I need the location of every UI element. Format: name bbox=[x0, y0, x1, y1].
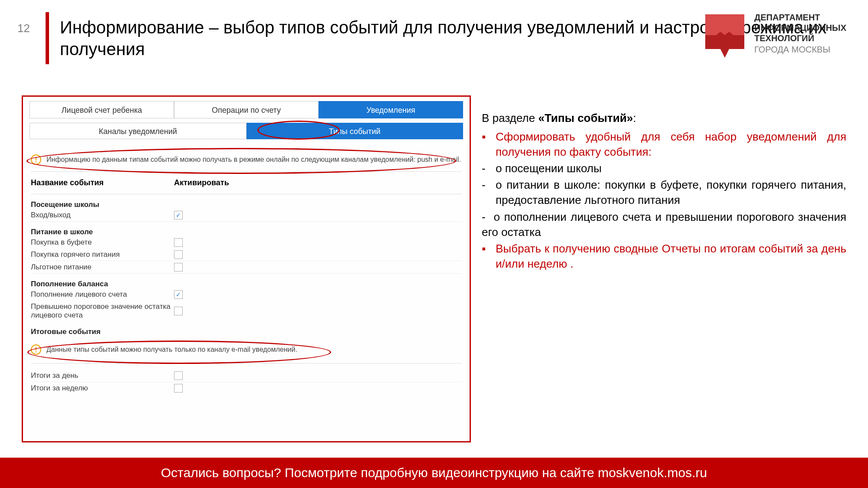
checkbox-benefit-meal[interactable] bbox=[174, 263, 183, 272]
col-activate: Активировать bbox=[174, 178, 229, 187]
tab-account[interactable]: Лицевой счет ребенка bbox=[30, 101, 174, 118]
alert-email-only: ! Данные типы событий можно получать тол… bbox=[31, 342, 462, 357]
checkbox-daily-summary[interactable] bbox=[174, 371, 183, 380]
svg-rect-0 bbox=[705, 14, 744, 35]
event-label: Льготное питание bbox=[31, 263, 174, 272]
event-row: Превышено пороговое значение остатка лиц… bbox=[31, 301, 462, 321]
event-row: Покупка в буфете bbox=[31, 236, 462, 249]
primary-tabs: Лицевой счет ребенка Операции по счету У… bbox=[23, 97, 470, 118]
checkbox-threshold[interactable] bbox=[174, 307, 183, 315]
intro-post: : bbox=[633, 111, 636, 124]
square-bullet-icon: ▪ bbox=[482, 129, 496, 160]
logo-text: ДЕПАРТАМЕНТ ИНФОРМАЦИОННЫХ ТЕХНОЛОГИЙ ГО… bbox=[754, 12, 846, 55]
explanation-text: В разделе «Типы событий»: ▪ Сформировать… bbox=[482, 111, 846, 273]
app-screenshot: Лицевой счет ребенка Операции по счету У… bbox=[22, 95, 471, 442]
footer-banner: Остались вопросы? Посмотрите подробную в… bbox=[0, 458, 868, 488]
event-row: Пополнение лицевого счета bbox=[31, 288, 462, 301]
warning-icon: ! bbox=[31, 344, 41, 355]
tab-channels[interactable]: Каналы уведомлений bbox=[30, 123, 247, 139]
alert-text: Данные типы событий можно получать тольк… bbox=[46, 346, 297, 353]
bullet-1: ▪ Сформировать удобный для себя набор ув… bbox=[482, 129, 846, 160]
slide-number: 12 bbox=[17, 22, 30, 35]
group-school-visit: Посещение школы bbox=[31, 200, 462, 209]
bullet-2: ▪ Выбрать к получению сводные Отчеты по … bbox=[482, 241, 846, 272]
event-label: Покупка горячего питания bbox=[31, 250, 174, 259]
dash-icon: - bbox=[482, 161, 496, 176]
bullet-1-text: Сформировать удобный для себя набор увед… bbox=[496, 129, 846, 160]
intro-line: В разделе «Типы событий»: bbox=[482, 111, 846, 126]
intro-pre: В разделе bbox=[482, 111, 538, 124]
logo-line4: ГОРОДА МОСКВЫ bbox=[754, 44, 846, 55]
warning-icon: ! bbox=[31, 154, 41, 165]
event-label: Итоги за день bbox=[31, 371, 174, 380]
square-bullet-icon: ▪ bbox=[482, 241, 496, 272]
event-label: Итоги за неделю bbox=[31, 384, 174, 393]
dash-1-text: о посещении школы bbox=[496, 161, 846, 176]
logo-line2: ИНФОРМАЦИОННЫХ bbox=[754, 23, 846, 33]
checkbox-topup[interactable] bbox=[174, 290, 183, 299]
group-school-meals: Питание в школе bbox=[31, 228, 462, 236]
dash-icon: - bbox=[482, 210, 494, 223]
event-row: Вход/выход bbox=[31, 209, 462, 222]
event-label: Превышено пороговое значение остатка лиц… bbox=[31, 302, 174, 320]
moscow-dit-logo-icon bbox=[703, 12, 746, 58]
secondary-tabs: Каналы уведомлений Типы событий bbox=[23, 118, 470, 139]
table-header: Название события Активировать bbox=[31, 171, 462, 194]
event-row: Итоги за день bbox=[31, 370, 462, 382]
alert-text: Информацию по данным типам событий можно… bbox=[46, 156, 461, 163]
dash-2: - о питании в школе: покупки в буфете, п… bbox=[482, 177, 846, 208]
logo: ДЕПАРТАМЕНТ ИНФОРМАЦИОННЫХ ТЕХНОЛОГИЙ ГО… bbox=[703, 12, 846, 58]
event-row: Итоги за неделю bbox=[31, 382, 462, 394]
intro-bold: «Типы событий» bbox=[538, 111, 633, 124]
dash-2-text: о питании в школе: покупки в буфете, пок… bbox=[496, 177, 846, 208]
event-label: Покупка в буфете bbox=[31, 238, 174, 247]
event-row: Льготное питание bbox=[31, 261, 462, 274]
dash-1: - о посещении школы bbox=[482, 161, 846, 176]
tab-event-types[interactable]: Типы событий bbox=[247, 123, 464, 139]
checkbox-weekly-summary[interactable] bbox=[174, 384, 183, 393]
logo-line1: ДЕПАРТАМЕНТ bbox=[754, 12, 846, 23]
group-summary: Итоговые события bbox=[31, 328, 462, 336]
event-label: Пополнение лицевого счета bbox=[31, 290, 174, 299]
checkbox-buffet[interactable] bbox=[174, 238, 183, 247]
alert-online-channels: ! Информацию по данным типам событий мож… bbox=[31, 152, 462, 167]
event-label: Вход/выход bbox=[31, 211, 174, 219]
col-event-name: Название события bbox=[31, 178, 174, 187]
dash-3: - о пополнении лицевого счета и превышен… bbox=[482, 210, 846, 240]
checkbox-hot-meal[interactable] bbox=[174, 250, 183, 259]
event-row: Покупка горячего питания bbox=[31, 249, 462, 261]
footer-text: Остались вопросы? Посмотрите подробную в… bbox=[161, 465, 707, 480]
group-balance: Пополнение баланса bbox=[31, 280, 462, 288]
dash-3-text: о пополнении лицевого счета и превышении… bbox=[482, 210, 846, 239]
logo-line3: ТЕХНОЛОГИЙ bbox=[754, 33, 846, 43]
bullet-2-text: Выбрать к получению сводные Отчеты по ит… bbox=[496, 241, 846, 272]
dash-icon: - bbox=[482, 177, 496, 208]
svg-rect-1 bbox=[705, 35, 744, 49]
checkbox-entry-exit[interactable] bbox=[174, 211, 183, 219]
tab-operations[interactable]: Операции по счету bbox=[174, 101, 319, 118]
tab-notifications[interactable]: Уведомления bbox=[319, 101, 463, 118]
